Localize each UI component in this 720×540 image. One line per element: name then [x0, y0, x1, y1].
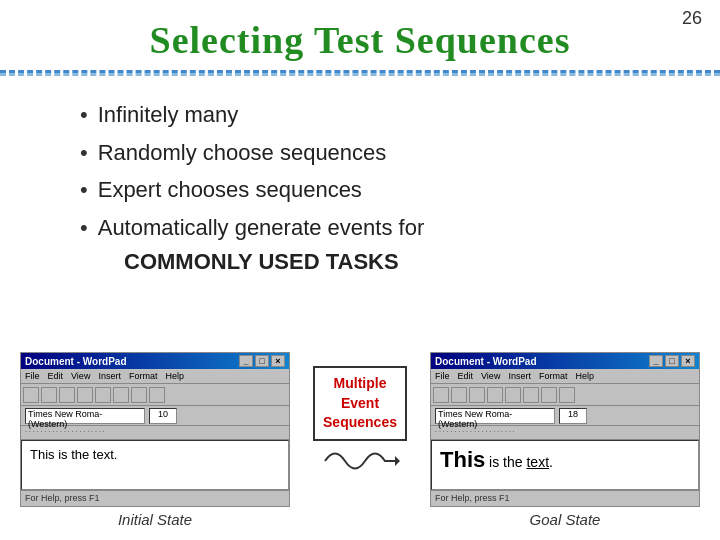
bullet-dot-3: • — [80, 177, 88, 203]
menu-format[interactable]: Format — [129, 371, 158, 381]
goal-content-rest: is the — [485, 454, 526, 470]
initial-state-label: Initial State — [118, 511, 192, 528]
goal-wordpad-window: Document - WordPad _ □ × File Edit View … — [430, 352, 700, 507]
bullet-dot-2: • — [80, 140, 88, 166]
menu-edit[interactable]: Edit — [48, 371, 64, 381]
bullet-text-1: Infinitely many — [98, 100, 239, 130]
bullet-text-4: Automatically generate events for — [98, 213, 425, 243]
goal-menu-insert[interactable]: Insert — [508, 371, 531, 381]
goal-minimize-btn[interactable]: _ — [649, 355, 663, 367]
slide: 26 Selecting Test Sequences • Infinitely… — [0, 0, 720, 540]
commonly-used-text: COMMONLY USED TASKS — [80, 247, 660, 277]
bullet-text-3: Expert chooses sequences — [98, 175, 362, 205]
toolbar-icon-1 — [23, 387, 39, 403]
initial-wordpad-window: Document - WordPad _ □ × File Edit View … — [20, 352, 290, 507]
goal-font-bar: Times New Roma- (Western) 18 — [431, 406, 699, 426]
toolbar-icon-5 — [95, 387, 111, 403]
initial-toolbar — [21, 384, 289, 406]
goal-size-select[interactable]: 18 — [559, 408, 587, 424]
annotation-line2: Event — [323, 394, 397, 414]
goal-toolbar-icon-4 — [487, 387, 503, 403]
goal-content-bold: This — [440, 447, 485, 472]
initial-content: This is the text. — [21, 440, 289, 490]
bullet-item-2: • Randomly choose sequences — [80, 138, 660, 168]
minimize-btn[interactable]: _ — [239, 355, 253, 367]
bullet-list: • Infinitely many • Randomly choose sequ… — [0, 82, 720, 286]
menu-insert[interactable]: Insert — [98, 371, 121, 381]
goal-content: This is the text. — [431, 440, 699, 490]
goal-content-period: . — [549, 454, 553, 470]
maximize-btn[interactable]: □ — [255, 355, 269, 367]
toolbar-icon-6 — [113, 387, 129, 403]
goal-menu-view[interactable]: View — [481, 371, 500, 381]
goal-menubar: File Edit View Insert Format Help — [431, 369, 699, 384]
goal-titlebar-buttons: _ □ × — [649, 355, 695, 367]
annotation-area: Multiple Event Sequences — [290, 352, 430, 481]
goal-state-area: Document - WordPad _ □ × File Edit View … — [430, 352, 700, 528]
arrow-svg — [320, 441, 400, 481]
goal-ruler: · · · · · · · · · · · · · · · · · · · · … — [431, 426, 699, 440]
goal-maximize-btn[interactable]: □ — [665, 355, 679, 367]
title-area: Selecting Test Sequences — [0, 0, 720, 73]
menu-file[interactable]: File — [25, 371, 40, 381]
slide-title: Selecting Test Sequences — [30, 18, 690, 62]
bullet-text-2: Randomly choose sequences — [98, 138, 387, 168]
initial-font-bar: Times New Roma- (Western) 10 — [21, 406, 289, 426]
initial-ruler: · · · · · · · · · · · · · · · · · · · · … — [21, 426, 289, 440]
initial-title-text: Document - WordPad — [25, 356, 126, 367]
goal-menu-help[interactable]: Help — [575, 371, 594, 381]
goal-title-text: Document - WordPad — [435, 356, 536, 367]
goal-toolbar-icon-3 — [469, 387, 485, 403]
toolbar-icon-7 — [131, 387, 147, 403]
initial-statusbar: For Help, press F1 — [21, 490, 289, 506]
goal-menu-edit[interactable]: Edit — [458, 371, 474, 381]
bullet-item-1: • Infinitely many — [80, 100, 660, 130]
goal-menu-format[interactable]: Format — [539, 371, 568, 381]
initial-content-text: This is the text. — [30, 447, 117, 462]
toolbar-icon-3 — [59, 387, 75, 403]
goal-font-select[interactable]: Times New Roma- (Western) — [435, 408, 555, 424]
goal-toolbar-icon-7 — [541, 387, 557, 403]
initial-font-select[interactable]: Times New Roma- (Western) — [25, 408, 145, 424]
toolbar-icon-2 — [41, 387, 57, 403]
annotation-line1: Multiple — [323, 374, 397, 394]
annotation-line3: Sequences — [323, 413, 397, 433]
goal-toolbar — [431, 384, 699, 406]
toolbar-icon-4 — [77, 387, 93, 403]
svg-marker-0 — [395, 456, 400, 466]
initial-size-select[interactable]: 10 — [149, 408, 177, 424]
goal-toolbar-icon-2 — [451, 387, 467, 403]
toolbar-icon-8 — [149, 387, 165, 403]
slide-number: 26 — [682, 8, 702, 29]
goal-toolbar-icon-5 — [505, 387, 521, 403]
goal-toolbar-icon-6 — [523, 387, 539, 403]
bullet-dot-4: • — [80, 215, 88, 241]
menu-view[interactable]: View — [71, 371, 90, 381]
goal-toolbar-icon-1 — [433, 387, 449, 403]
goal-close-btn[interactable]: × — [681, 355, 695, 367]
goal-content-underline: text — [526, 454, 549, 470]
goal-state-label: Goal State — [530, 511, 601, 528]
initial-menubar: File Edit View Insert Format Help — [21, 369, 289, 384]
goal-titlebar: Document - WordPad _ □ × — [431, 353, 699, 369]
initial-state-area: Document - WordPad _ □ × File Edit View … — [20, 352, 290, 528]
bullet-dot-1: • — [80, 102, 88, 128]
initial-titlebar: Document - WordPad _ □ × — [21, 353, 289, 369]
titlebar-buttons: _ □ × — [239, 355, 285, 367]
bullet-item-3: • Expert chooses sequences — [80, 175, 660, 205]
menu-help[interactable]: Help — [165, 371, 184, 381]
goal-statusbar: For Help, press F1 — [431, 490, 699, 506]
goal-toolbar-icon-8 — [559, 387, 575, 403]
bullet-item-4: • Automatically generate events for — [80, 213, 660, 243]
close-btn[interactable]: × — [271, 355, 285, 367]
goal-menu-file[interactable]: File — [435, 371, 450, 381]
annotation-box: Multiple Event Sequences — [313, 366, 407, 441]
